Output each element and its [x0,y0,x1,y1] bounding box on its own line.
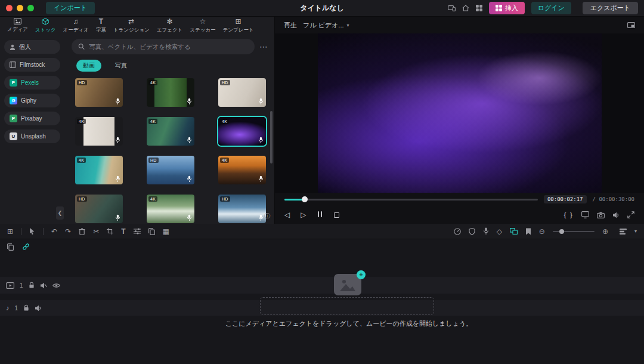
export-button[interactable]: エクスポート [583,2,638,14]
stock-video-thumbnail[interactable]: HD [75,195,123,223]
lock-icon[interactable] [23,304,29,311]
adjust-sliders-icon[interactable] [134,228,141,235]
pexels-logo-icon: P [10,79,17,87]
copy-icon[interactable] [148,228,155,235]
tab-subtitles[interactable]: T 字幕 [93,18,109,34]
chevron-down-icon[interactable]: ▾ [634,229,637,234]
play-button[interactable]: ▷ [301,211,306,218]
fullscreen-icon[interactable] [627,211,634,218]
sidebar-item-giphy[interactable]: G Giphy [4,94,60,107]
mic-icon [187,137,192,144]
video-track-lane[interactable] [0,277,644,294]
search-input[interactable] [89,43,248,50]
seek-bar[interactable] [284,199,538,200]
snapshot-camera-icon[interactable] [597,212,605,218]
import-button[interactable]: インポート [46,2,95,14]
preview-panel: 再生 フル ビデオ... ▾ 00:00:02:17 / 00:00:30:00 [275,17,644,224]
link-clips-icon[interactable] [22,243,30,251]
stop-button[interactable] [334,212,339,218]
resolution-badge: 4K [220,158,229,163]
scrollbar-thumb[interactable] [270,111,273,164]
search-box[interactable] [72,39,255,54]
previous-frame-button[interactable]: ◁ [284,211,290,218]
insert-button[interactable]: 挿入 [489,2,525,14]
tab-media[interactable]: メディア [4,18,31,33]
screen-mirror-icon[interactable] [448,5,456,11]
pause-button[interactable] [317,211,323,218]
stock-video-thumbnail[interactable]: HD [218,195,266,223]
collapse-sidebar-button[interactable]: ❮ [56,206,64,220]
stock-video-thumbnail[interactable]: 4K [147,195,194,223]
tab-effects[interactable]: ✻ エフェクト [154,18,186,34]
apps-grid-icon[interactable] [476,5,482,11]
delete-icon[interactable] [79,228,85,235]
playhead-knob[interactable] [302,196,308,202]
lock-icon[interactable] [29,282,35,289]
drop-zone-outline[interactable] [260,297,434,315]
sidebar-item-unsplash[interactable]: U Unsplash [4,129,60,143]
close-window-button[interactable] [6,5,13,11]
track-layout-icon[interactable] [620,229,627,235]
mic-icon [258,214,264,221]
filter-video-pill[interactable]: 動画 [76,60,101,72]
render-preview-icon[interactable] [454,228,461,235]
stock-video-thumbnail[interactable]: HD [218,78,266,107]
layout-icon[interactable]: ⊞ [7,228,13,235]
filter-photo-pill[interactable]: 写真 [109,60,134,72]
display-output-icon[interactable] [581,211,589,218]
mute-track-icon[interactable] [40,282,47,289]
record-voiceover-icon[interactable] [483,227,489,235]
info-icon[interactable]: ⓘ [264,212,270,220]
stock-video-thumbnail[interactable]: 4K [75,117,123,146]
stock-video-thumbnail[interactable]: 4K [218,156,266,184]
stock-video-thumbnail[interactable]: 4K [75,156,123,184]
zoom-in-icon[interactable]: ⊕ [602,228,608,235]
add-media-plus-icon[interactable]: + [357,270,366,279]
stock-video-thumbnail[interactable]: HD [75,78,123,107]
marker-icon[interactable] [525,228,531,235]
login-button[interactable]: ログイン [531,2,571,14]
eye-icon[interactable] [52,283,60,288]
tab-templates[interactable]: ⊞ テンプレート [220,18,257,34]
more-options-icon[interactable]: ⋯ [259,42,268,51]
search-icon [78,43,85,50]
divider [21,228,21,235]
select-cursor-icon[interactable] [29,227,35,235]
redo-icon[interactable]: ↷ [65,228,71,235]
sidebar-item-pexels[interactable]: P Pexels [4,76,60,90]
auto-ripple-icon[interactable] [510,228,518,235]
video-frame[interactable] [318,33,602,193]
undo-icon[interactable]: ↶ [51,228,57,235]
stock-video-thumbnail-selected[interactable]: 4K [218,117,266,146]
zoom-slider-knob[interactable] [559,229,564,234]
minimize-window-button[interactable] [17,5,23,11]
tab-transitions[interactable]: ⇄ トランジション [110,18,153,34]
split-scissors-icon[interactable]: ✂ [93,228,99,235]
pip-icon[interactable] [627,22,635,28]
sidebar-item-filmstock[interactable]: Filmstock [4,58,60,72]
snapshot-clip-icon[interactable] [7,243,14,251]
stock-video-thumbnail[interactable]: HD [147,156,194,184]
volume-icon[interactable] [612,212,620,218]
sidebar-item-personal[interactable]: 個人 [4,40,60,54]
compound-clip-icon[interactable]: ▦ [163,228,169,235]
maximize-window-button[interactable] [27,5,34,11]
mark-in-out-icon[interactable]: { } [564,212,574,218]
tab-audio[interactable]: ♫ オーディオ [60,18,92,34]
sidebar-item-pixabay[interactable]: P Pixabay [4,112,60,125]
shield-icon[interactable] [469,228,475,235]
stock-video-thumbnail[interactable]: 4K [147,117,194,146]
crop-icon[interactable] [107,228,113,235]
home-icon[interactable] [462,5,469,11]
tab-stock[interactable]: ストック [32,18,59,34]
media-drop-placeholder[interactable]: + [334,274,361,295]
add-text-icon[interactable]: T [121,228,125,235]
zoom-out-icon[interactable]: ⊖ [539,228,545,235]
music-note-icon: ♪ [6,304,10,311]
keyframe-icon[interactable]: ◇ [497,228,502,235]
timeline-zoom-slider[interactable] [553,231,595,232]
tab-stickers[interactable]: ☆ ステッカー [187,18,218,34]
stock-video-thumbnail[interactable]: 4K [147,78,194,107]
playback-quality-dropdown[interactable]: フル ビデオ... ▾ [303,21,349,30]
speaker-icon[interactable] [35,305,42,311]
